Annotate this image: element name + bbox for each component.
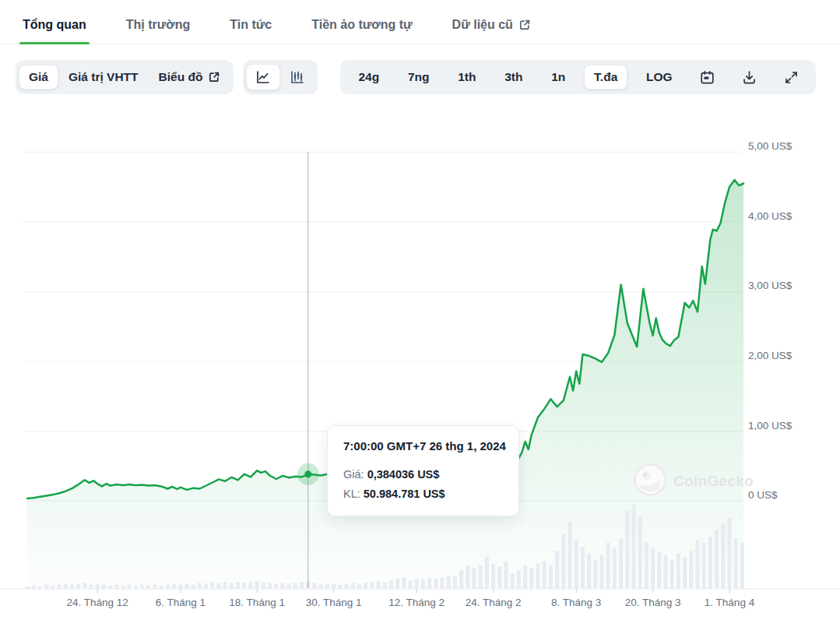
volume-bar xyxy=(223,582,227,589)
volume-bar xyxy=(631,505,635,589)
date-picker-button[interactable] xyxy=(691,65,724,90)
volume-bar xyxy=(287,584,291,590)
tooltip-volume-value: 50.984.781 US$ xyxy=(364,488,445,500)
price-metric-button[interactable]: Giá xyxy=(19,65,58,90)
volume-bar xyxy=(102,585,106,589)
fullscreen-button[interactable] xyxy=(775,65,808,90)
volume-bar xyxy=(638,516,642,589)
volume-bar xyxy=(121,586,125,589)
volume-bar xyxy=(543,561,547,589)
volume-bar xyxy=(376,581,380,589)
time-range-group: 24g 7ng 1th 3th 1n T.đa LOG xyxy=(340,60,816,94)
volume-bar xyxy=(312,583,316,589)
tab-historical-data-label: Dữ liệu cũ xyxy=(452,18,513,32)
tab-historical-data[interactable]: Dữ liệu cũ xyxy=(449,18,534,44)
line-chart-type-button[interactable] xyxy=(246,64,280,90)
volume-bar xyxy=(645,543,648,589)
volume-bar xyxy=(613,548,617,589)
range-1y-button[interactable]: 1n xyxy=(541,65,575,90)
metric-toggle-group: Giá Giá trị VHTT Biểu đồ xyxy=(16,60,234,94)
expand-icon xyxy=(783,69,800,86)
range-max-button[interactable]: T.đa xyxy=(584,65,627,90)
volume-bar xyxy=(383,582,387,589)
volume-bar xyxy=(689,551,693,589)
range-3m-button[interactable]: 3th xyxy=(494,65,532,90)
volume-bar xyxy=(64,584,68,590)
log-scale-button[interactable]: LOG xyxy=(636,65,683,90)
volume-bar xyxy=(32,586,36,589)
range-1m-button[interactable]: 1th xyxy=(448,65,486,90)
log-scale-label: LOG xyxy=(646,71,673,83)
tooltip-price-row: Giá: 0,384036 US$ xyxy=(343,465,503,484)
volume-bar xyxy=(96,584,100,590)
volume-bar xyxy=(561,534,565,589)
volume-bar xyxy=(619,538,623,589)
volume-bar xyxy=(57,585,61,589)
download-chart-button[interactable] xyxy=(733,65,766,90)
range-max-label: T.đa xyxy=(594,71,617,83)
tab-news[interactable]: Tin tức xyxy=(227,18,275,44)
download-icon xyxy=(741,69,757,86)
tooltip-timestamp: 7:00:00 GMT+7 26 thg 1, 2024 xyxy=(343,439,503,453)
volume-bar xyxy=(262,582,265,589)
volume-bar xyxy=(89,585,93,589)
volume-bar xyxy=(581,547,585,589)
volume-bar xyxy=(216,583,220,589)
tab-markets-label: Thị trường xyxy=(126,18,191,32)
marketcap-metric-button[interactable]: Giá trị VHTT xyxy=(58,65,149,90)
volume-bar xyxy=(447,576,451,589)
volume-bar xyxy=(192,585,195,589)
tradingview-chart-button[interactable]: Biểu đồ xyxy=(149,65,231,90)
volume-bar xyxy=(153,585,156,589)
tab-markets[interactable]: Thị trường xyxy=(123,18,194,44)
tab-similar-coins-label: Tiền ảo tương tự xyxy=(311,18,412,32)
volume-bar xyxy=(51,586,54,589)
volume-bar xyxy=(280,583,284,589)
volume-bar xyxy=(128,585,132,589)
volume-bar xyxy=(351,583,355,589)
volume-bar xyxy=(625,511,629,589)
volume-bar xyxy=(300,582,304,589)
tab-overview-label: Tổng quan xyxy=(23,18,86,32)
volume-bar xyxy=(198,583,202,589)
tooltip-volume-label: KL: xyxy=(343,488,360,500)
volume-bar xyxy=(76,584,80,590)
tooltip-price-label: Giá: xyxy=(343,468,364,481)
tab-overview[interactable]: Tổng quan xyxy=(19,18,90,44)
volume-bar xyxy=(657,552,661,590)
volume-bar xyxy=(274,584,278,590)
range-7d-button[interactable]: 7ng xyxy=(398,65,440,90)
volume-bar xyxy=(364,583,367,589)
range-7d-label: 7ng xyxy=(408,71,430,83)
volume-bar xyxy=(715,530,719,589)
price-metric-label: Giá xyxy=(29,71,48,83)
x-axis-label: 1. Tháng 4 xyxy=(705,597,755,608)
volume-bar xyxy=(593,559,597,589)
volume-bar xyxy=(319,584,323,590)
volume-bar xyxy=(497,567,501,589)
volume-bar xyxy=(357,584,361,590)
volume-bar xyxy=(70,585,74,589)
x-axis-label: 6. Tháng 1 xyxy=(156,597,206,608)
volume-bar xyxy=(606,543,610,589)
external-link-icon xyxy=(208,71,220,83)
volume-bar xyxy=(236,582,240,589)
volume-bar xyxy=(293,583,297,589)
volume-bar xyxy=(695,540,699,589)
volume-bar xyxy=(166,585,170,589)
volume-bar xyxy=(517,570,521,589)
tab-similar-coins[interactable]: Tiền ảo tương tự xyxy=(308,18,415,44)
volume-bar xyxy=(683,557,687,589)
volume-bar xyxy=(466,565,469,589)
volume-bar xyxy=(332,584,336,590)
volume-bar xyxy=(504,562,508,589)
volume-bar xyxy=(575,540,578,589)
y-axis-label: 5,00 US$ xyxy=(748,140,793,152)
volume-bar xyxy=(651,548,655,589)
volume-bar xyxy=(146,586,150,589)
coin-page-tabs: Tổng quan Thị trường Tin tức Tiền ảo tươ… xyxy=(0,0,840,44)
volume-bar xyxy=(727,517,731,589)
range-24h-button[interactable]: 24g xyxy=(348,65,389,90)
candlestick-chart-type-button[interactable] xyxy=(280,64,315,90)
volume-bar xyxy=(721,523,725,589)
